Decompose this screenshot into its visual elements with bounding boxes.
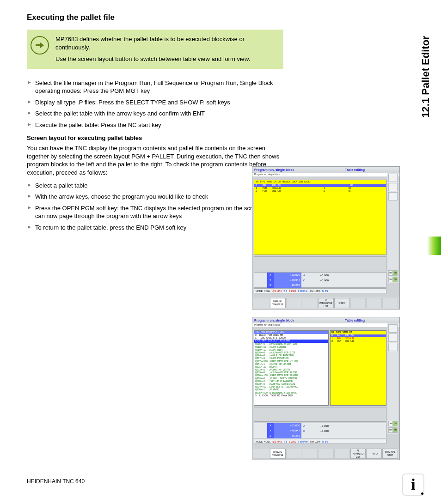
- screenshot-pgm-plus-pallet: Program run, single block Table editing …: [252, 317, 400, 460]
- body-paragraph: You can have the TNC display the program…: [27, 144, 283, 176]
- list-item: Select the file manager in the Program R…: [27, 79, 283, 95]
- softkey[interactable]: F INFO: [366, 449, 382, 459]
- right-toolbar: OFFON OFFON: [387, 323, 398, 434]
- softkey[interactable]: [286, 449, 302, 459]
- footer-product: HEIDENHAIN TNC 640: [27, 478, 85, 485]
- status-strip: MODE: NOML @1 NP:1 T 3 S 2500 F 600/min …: [254, 439, 386, 444]
- table-row: 2 PGM 3517.H 2 NR: [254, 190, 386, 193]
- toolbar-btn[interactable]: [388, 183, 398, 191]
- table-row: 2 PGM 3517.H: [331, 340, 386, 343]
- softkey[interactable]: [254, 449, 270, 459]
- pallet-table-pane: NR TYPE NAME DATUM PRESET LOCATION LOCK …: [254, 180, 386, 255]
- pallet-pane: NR TYPE NAME DA 0 PAL PAL100 1 PGM 3516.…: [330, 330, 386, 406]
- softkey[interactable]: F INFO: [334, 298, 350, 308]
- screen-subbar: Program run single block: [252, 173, 399, 176]
- procedure-list: Select a pallet table With the arrow key…: [27, 182, 283, 232]
- override-bar: [254, 256, 386, 271]
- list-item: Execute the pallet table: Press the NC s…: [27, 121, 283, 129]
- softkey[interactable]: MANUAL TRAVERSE: [270, 298, 286, 308]
- thumb-tab: [427, 237, 441, 255]
- toolbar-btn[interactable]: [388, 174, 398, 182]
- list-item: Display all type .P files: Press the SEL…: [27, 98, 283, 107]
- table-header: NR TYPE NAME DATUM PRESET LOCATION LOCK: [254, 180, 386, 184]
- override-switch-s[interactable]: OFFON: [388, 421, 398, 426]
- program-pane: TNC:\nc_prog\PGM\P380.P 0 BEGIN PGM 3516…: [254, 330, 329, 406]
- note-paragraph: Use the screen layout button to switch b…: [55, 55, 277, 63]
- list-item: To return to the pallet table, press the…: [27, 224, 283, 232]
- note-box: MP7683 defines whether the pallet table …: [27, 30, 283, 69]
- override-switch-f[interactable]: OFFON: [388, 427, 398, 433]
- override-switch-f[interactable]: OFFON: [388, 277, 398, 282]
- list-item: Press the OPEN PGM soft key: the TNC dis…: [27, 204, 283, 220]
- softkey[interactable]: [302, 298, 318, 308]
- override-switch-s[interactable]: OFFON: [388, 270, 398, 276]
- program-path: TNC:\nc_prog\PGM\P380.P: [254, 331, 328, 334]
- page-title: Executing the pallet file: [27, 13, 414, 22]
- screenshot-figures: Program run, single block Table editing …: [252, 166, 400, 468]
- softkey[interactable]: [286, 298, 302, 308]
- screenshot-pallet-table-full: Program run, single block Table editing …: [252, 166, 400, 310]
- table-header: NR TYPE NAME DA: [331, 331, 386, 334]
- screen-title-right: Table editing: [345, 168, 365, 171]
- softkey[interactable]: [318, 449, 334, 459]
- procedure-list: Select the file manager in the Program R…: [27, 79, 283, 129]
- program-line: 3 L X+50 Y+50 R0 FMAX M99: [254, 395, 328, 397]
- program-line-selected: CYCL DEF 253 SLOT MILLING: [254, 340, 328, 343]
- softkey[interactable]: INTERNAL STOP: [382, 449, 398, 459]
- softkey[interactable]: [254, 298, 270, 308]
- softkey[interactable]: Q PARAMETER LIST: [318, 298, 334, 308]
- right-toolbar: OFFON OFFON: [387, 173, 398, 283]
- page-footer: HEIDENHAIN TNC 640 411: [27, 478, 414, 485]
- note-paragraph: MP7683 defines whether the pallet table …: [55, 35, 277, 51]
- screen-title-left: Program run, single block: [254, 168, 294, 171]
- softkey[interactable]: [366, 298, 382, 308]
- list-item: Select a pallet table: [27, 182, 283, 190]
- override-bar: [254, 407, 386, 422]
- screen-subbar: Program run single block: [252, 323, 399, 327]
- softkey[interactable]: [382, 298, 398, 308]
- screen-title-left: Program run, single block: [254, 319, 294, 322]
- softkey[interactable]: Q PARAMETER LIST: [350, 449, 366, 459]
- softkey-bar: MANUAL TRAVERSE Q PARAMETER LIST F INFO: [252, 297, 399, 309]
- screen-title-right: Table editing: [345, 319, 365, 322]
- toolbar-btn[interactable]: [388, 334, 398, 342]
- position-display: X+52.000A+0.000 Y+46.947C+0.000 Z-10.255: [254, 272, 386, 288]
- status-strip: MODE: NOML @1 NP:1 T 3 S 2500 F 600/min …: [254, 288, 386, 293]
- info-icon: i: [402, 474, 424, 496]
- arrow-right-icon: [31, 36, 49, 55]
- softkey[interactable]: [334, 449, 350, 459]
- list-item: With the arrow keys, choose the program …: [27, 193, 283, 201]
- toolbar-btn[interactable]: [388, 343, 398, 351]
- position-display: X+52.000A+0.000 Y+46.947C+0.000 Z-10.255: [254, 423, 386, 438]
- softkey[interactable]: [302, 449, 318, 459]
- softkey[interactable]: MANUAL TRAVERSE: [270, 449, 286, 459]
- toolbar-btn[interactable]: [388, 324, 398, 333]
- softkey[interactable]: [350, 298, 366, 308]
- chapter-side-header: 12.1 Pallet Editor: [420, 12, 432, 141]
- list-item: Select the pallet table with the arrow k…: [27, 109, 283, 118]
- softkey-bar: MANUAL TRAVERSE Q PARAMETER LIST F INFO …: [252, 448, 399, 460]
- toolbar-btn[interactable]: [388, 192, 398, 200]
- subheading: Screen layout for executing pallet table…: [27, 134, 414, 141]
